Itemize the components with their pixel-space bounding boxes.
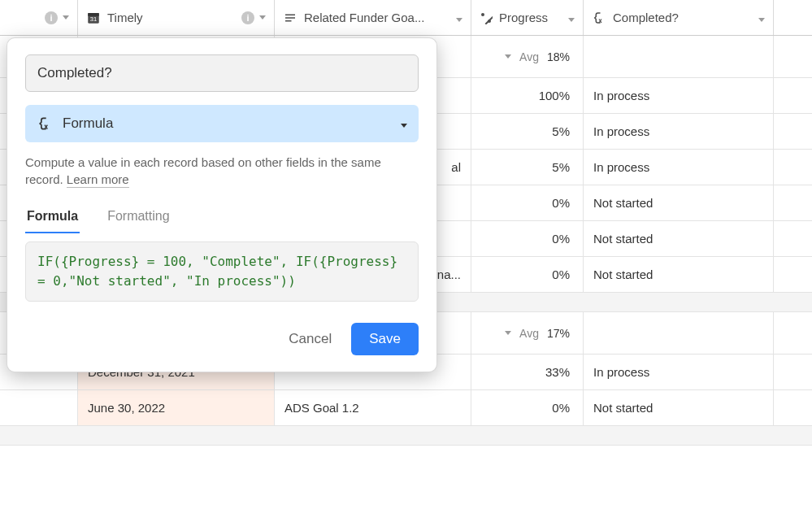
formula-editor[interactable]: IF({Progress} = 100, "Complete", IF({Pro…	[25, 241, 419, 302]
save-button[interactable]: Save	[351, 323, 419, 355]
formula-icon	[592, 11, 606, 25]
cell-completed: In process	[584, 355, 774, 389]
cell-completed: In process	[584, 114, 774, 149]
avg-label: Avg	[519, 327, 539, 340]
calendar-icon: 31	[86, 11, 101, 25]
config-tabs: Formula Formatting	[25, 201, 419, 233]
field-config-popover: Formula Compute a value in each record b…	[7, 37, 437, 372]
avg-label: Avg	[519, 50, 539, 63]
column-headers: i 31 Timely i Related Funder Goa... Prog…	[0, 0, 812, 36]
column-menu[interactable]: i	[241, 11, 266, 24]
field-type-label: Formula	[63, 115, 113, 132]
popover-actions: Cancel Save	[25, 323, 419, 355]
cell-completed: In process	[584, 78, 774, 113]
text-icon	[283, 11, 297, 25]
group-avg[interactable]: Avg 18%	[471, 36, 584, 77]
cell-progress: 100%	[471, 78, 584, 113]
field-type-description: Compute a value in each record based on …	[25, 154, 419, 188]
table-row[interactable]: June 30, 2022 ADS Goal 1.2 0% Not starte…	[0, 390, 812, 426]
cell-progress: 33%	[471, 355, 584, 389]
avg-value: 18%	[547, 50, 570, 63]
info-icon: i	[241, 11, 254, 24]
column-label: Timely	[107, 11, 143, 24]
column-label: Progress	[499, 11, 548, 24]
cell-progress: 0%	[471, 221, 584, 256]
learn-more-link[interactable]: Learn more	[67, 172, 129, 188]
tab-formula[interactable]: Formula	[25, 201, 80, 233]
avg-value: 17%	[547, 327, 570, 340]
chevron-down-icon	[259, 15, 266, 20]
svg-point-3	[481, 13, 484, 16]
column-label: Completed?	[613, 11, 679, 24]
cell-completed: Not started	[584, 221, 774, 256]
percent-icon	[480, 11, 493, 24]
cell-completed: In process	[584, 150, 774, 185]
chevron-down-icon[interactable]	[758, 11, 765, 24]
cell-completed: Not started	[584, 257, 774, 292]
group-separator	[0, 426, 812, 446]
cell-progress: 0%	[471, 185, 584, 220]
cell-progress: 5%	[471, 114, 584, 149]
formula-icon	[37, 115, 53, 133]
cell-progress: 5%	[471, 150, 584, 185]
field-type-select[interactable]: Formula	[25, 105, 419, 142]
column-header-blank[interactable]: i	[0, 0, 78, 35]
column-header-progress[interactable]: Progress	[471, 0, 584, 35]
tab-formatting[interactable]: Formatting	[106, 201, 171, 233]
cell-completed: Not started	[584, 390, 774, 425]
chevron-down-icon	[63, 15, 69, 20]
cell-related: ADS Goal 1.2	[275, 390, 471, 425]
cell-progress: 0%	[471, 390, 584, 425]
chevron-down-icon[interactable]	[568, 11, 575, 24]
chevron-down-icon	[401, 115, 407, 132]
info-icon: i	[45, 11, 58, 24]
cell-completed: Not started	[584, 185, 774, 220]
column-header-timely[interactable]: 31 Timely i	[78, 0, 275, 35]
cancel-button[interactable]: Cancel	[289, 331, 332, 347]
column-header-related-funder-goal[interactable]: Related Funder Goa...	[275, 0, 471, 35]
chevron-down-icon	[505, 331, 511, 335]
svg-text:31: 31	[90, 15, 97, 22]
cell-timely: June 30, 2022	[78, 390, 275, 425]
column-header-completed[interactable]: Completed?	[584, 0, 774, 35]
cell-progress: 0%	[471, 257, 584, 292]
column-label: Related Funder Goa...	[304, 11, 424, 24]
field-name-input[interactable]	[25, 54, 419, 92]
chevron-down-icon[interactable]	[456, 11, 462, 24]
chevron-down-icon	[505, 54, 511, 59]
group-avg[interactable]: Avg 17%	[471, 312, 584, 354]
